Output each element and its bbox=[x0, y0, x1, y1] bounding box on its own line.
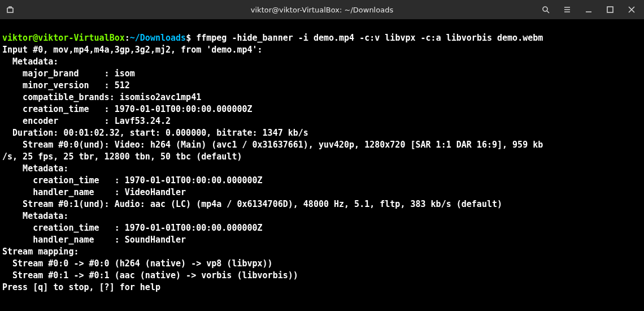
maximize-button[interactable] bbox=[606, 5, 615, 14]
command-text: ffmpeg -hide_banner -i demo.mp4 -c:v lib… bbox=[196, 33, 543, 43]
window-titlebar: viktor@viktor-VirtualBox: ~/Downloads bbox=[0, 0, 644, 19]
menu-icon[interactable] bbox=[563, 5, 572, 14]
output-line: Stream #0:0 -> #0:0 (h264 (native) -> vp… bbox=[2, 258, 273, 269]
terminal-output[interactable]: viktor@viktor-VirtualBox:~/Downloads$ ff… bbox=[0, 19, 644, 296]
output-line: Metadata: bbox=[2, 57, 58, 67]
output-line: creation_time : 1970-01-01T00:00:00.0000… bbox=[2, 175, 263, 185]
prompt-line: viktor@viktor-VirtualBox:~/Downloads$ ff… bbox=[2, 33, 543, 43]
output-line: Stream mapping: bbox=[2, 247, 79, 257]
svg-rect-1 bbox=[607, 7, 613, 12]
prompt-path: ~/Downloads bbox=[130, 33, 186, 43]
prompt-colon: : bbox=[125, 33, 130, 43]
output-line: /s, 25 fps, 25 tbr, 12800 tbn, 50 tbc (d… bbox=[2, 152, 242, 162]
close-button[interactable] bbox=[627, 5, 636, 14]
svg-point-0 bbox=[543, 7, 547, 11]
output-line: major_brand : isom bbox=[2, 68, 135, 79]
output-line: Metadata: bbox=[2, 211, 68, 221]
prompt-symbol: $ bbox=[186, 33, 196, 43]
output-line: Metadata: bbox=[2, 163, 68, 174]
output-line: handler_name : SoundHandler bbox=[2, 235, 186, 245]
output-line: compatible_brands: isomiso2avc1mp41 bbox=[2, 92, 201, 102]
new-tab-button[interactable] bbox=[6, 5, 15, 14]
output-line: Press [q] to stop, [?] for help bbox=[2, 282, 160, 292]
output-line: creation_time : 1970-01-01T00:00:00.0000… bbox=[2, 223, 263, 233]
output-line: Stream #0:1(und): Audio: aac (LC) (mp4a … bbox=[2, 199, 502, 209]
output-line: encoder : Lavf53.24.2 bbox=[2, 116, 171, 126]
output-line: Duration: 00:01:02.32, start: 0.000000, … bbox=[2, 128, 308, 138]
minimize-button[interactable] bbox=[584, 5, 593, 14]
output-line: Input #0, mov,mp4,m4a,3gp,3g2,mj2, from … bbox=[2, 45, 263, 55]
output-line: handler_name : VideoHandler bbox=[2, 187, 186, 197]
output-line: minor_version : 512 bbox=[2, 80, 130, 90]
search-icon[interactable] bbox=[541, 5, 550, 14]
output-line: Stream #0:1 -> #0:1 (aac (native) -> vor… bbox=[2, 270, 298, 280]
prompt-user-host: viktor@viktor-VirtualBox bbox=[2, 33, 125, 43]
output-line: creation_time : 1970-01-01T00:00:00.0000… bbox=[2, 104, 253, 114]
output-line: Stream #0:0(und): Video: h264 (Main) (av… bbox=[2, 140, 543, 150]
